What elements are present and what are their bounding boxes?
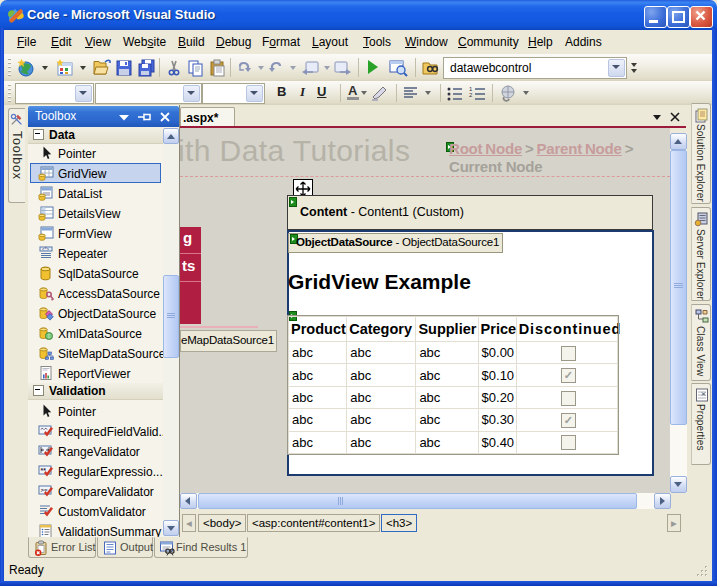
svg-text:2: 2 <box>469 92 473 98</box>
